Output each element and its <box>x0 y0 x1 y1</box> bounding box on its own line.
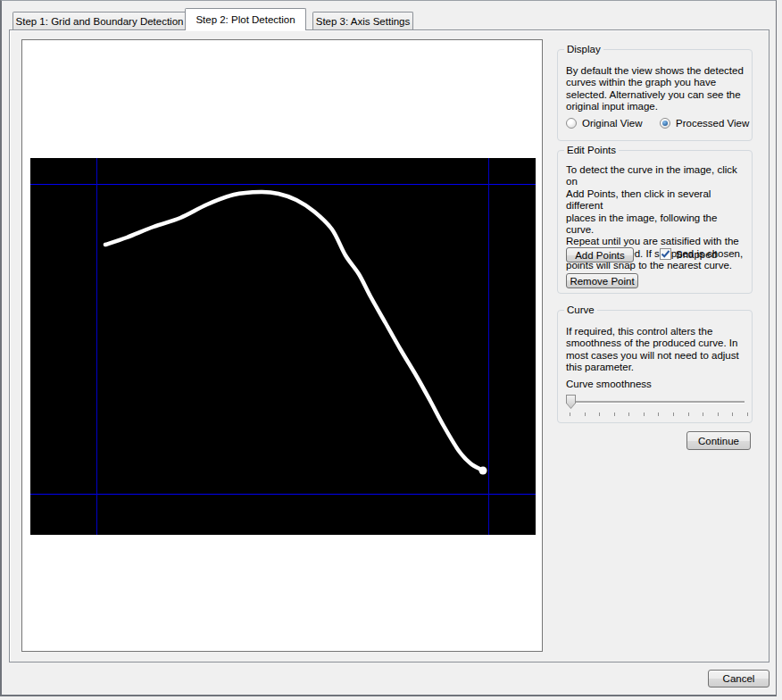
radio-processed-view[interactable]: Processed View <box>660 118 749 129</box>
curve-group: Curve If required, this control alters t… <box>557 310 753 423</box>
edit-points-group-title: Edit Points <box>564 145 619 156</box>
cancel-button[interactable]: Cancel <box>708 670 770 688</box>
snapped-checkbox[interactable]: Snapped <box>660 248 717 260</box>
radio-unselected-icon <box>566 118 577 129</box>
edit-points-group: Edit Points To detect the curve in the i… <box>557 150 753 294</box>
display-description: By default the view shows the detected c… <box>566 65 746 113</box>
add-points-button[interactable]: Add Points <box>566 247 634 262</box>
curve-smoothness-slider-track[interactable] <box>569 401 745 404</box>
curve-description: If required, this control alters the smo… <box>566 326 746 374</box>
tab-label: Step 2: Plot Detection <box>196 14 295 25</box>
tab-step1-grid-boundary[interactable]: Step 1: Grid and Boundary Detection <box>12 12 187 29</box>
radio-label: Processed View <box>676 118 749 129</box>
radio-selected-icon <box>660 118 670 129</box>
plot-image[interactable] <box>30 158 536 535</box>
radio-original-view[interactable]: Original View <box>566 118 643 129</box>
tab-step2-plot-detection[interactable]: Step 2: Plot Detection <box>185 8 306 30</box>
tab-label: Step 3: Axis Settings <box>316 16 410 27</box>
curve-smoothness-label: Curve smoothness <box>566 379 652 389</box>
tab-step3-axis-settings[interactable]: Step 3: Axis Settings <box>312 12 413 29</box>
checkbox-label: Snapped <box>676 249 717 260</box>
radio-label: Original View <box>582 118 643 129</box>
curve-group-title: Curve <box>564 304 597 316</box>
display-group: Display By default the view shows the de… <box>557 49 753 141</box>
plot-detection-dialog: { "tabs": [ {"label": "Step 1: Grid and … <box>0 0 782 700</box>
curve-smoothness-slider-thumb[interactable] <box>566 395 576 409</box>
display-group-title: Display <box>564 44 603 55</box>
plot-svg <box>30 158 536 535</box>
remove-point-button[interactable]: Remove Point <box>566 273 638 288</box>
continue-button[interactable]: Continue <box>686 431 751 450</box>
slider-ticks <box>570 412 748 416</box>
checkbox-checked-icon <box>660 248 671 260</box>
tab-page-plot-detection: Display By default the view shows the de… <box>9 29 770 662</box>
image-view-panel[interactable] <box>21 39 543 652</box>
tab-label: Step 1: Grid and Boundary Detection <box>16 16 184 27</box>
